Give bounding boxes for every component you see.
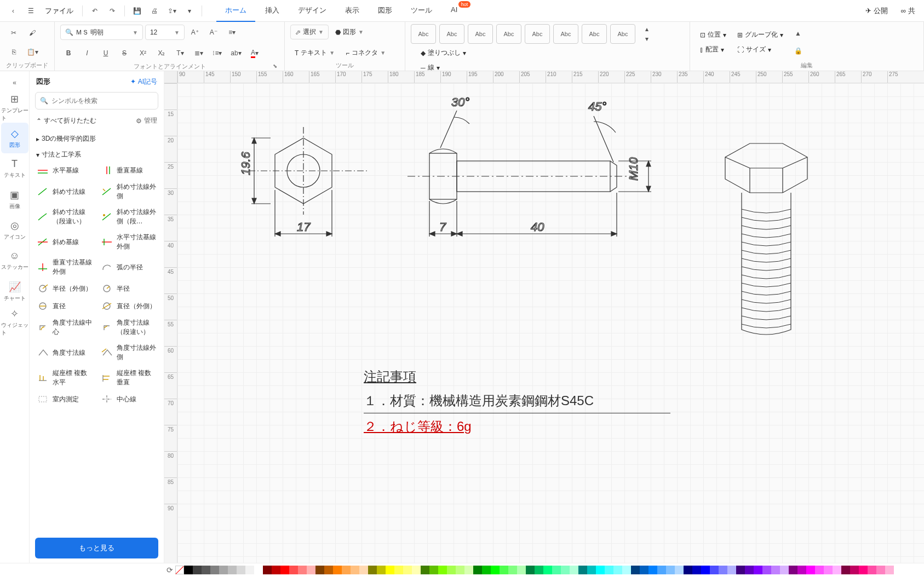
tab-view[interactable]: 表示 [336,0,368,22]
strikethrough-button[interactable]: S [116,45,133,61]
shape-item[interactable]: 角度寸法線中心 [35,316,95,339]
color-swatch[interactable] [193,566,202,574]
color-swatch[interactable] [394,566,403,574]
font-color-button[interactable]: A▾ [246,45,263,61]
vertical-align-button[interactable]: ≣▾ [191,45,207,61]
color-swatch[interactable] [351,566,359,574]
color-swatch[interactable] [333,566,342,574]
color-swatch[interactable] [210,566,219,574]
decrease-font-button[interactable]: A⁻ [205,24,222,41]
color-swatch[interactable] [736,566,745,574]
color-swatch[interactable] [552,566,561,574]
text-case-button[interactable]: ab▾ [228,45,244,61]
back-button[interactable]: ‹ [4,2,22,20]
color-swatch[interactable] [464,566,473,574]
bold-button[interactable]: B [60,45,77,61]
tab-tool[interactable]: ツール [402,0,441,22]
gallery-down-button[interactable]: ▾ [639,34,655,43]
size-button[interactable]: ⛶サイズ ▾ [733,43,788,56]
leftnav-item-ステッカー[interactable]: ☺ステッカー [1,245,28,276]
category-3d-geometry[interactable]: ▸ 3Dの幾何学的図形 [35,131,158,147]
shape-item[interactable]: 半径 [99,281,159,296]
paste-button[interactable]: 📋▾ [24,44,41,60]
color-swatch[interactable] [315,566,324,574]
group-button[interactable]: ⊞グループ化 ▾ [733,28,788,42]
color-swatch[interactable] [298,566,307,574]
color-swatch[interactable] [429,566,438,574]
format-painter-button[interactable]: 🖌 [24,25,41,41]
color-swatch[interactable] [876,566,885,574]
file-menu[interactable]: ファイル [39,6,79,16]
color-swatch[interactable] [543,566,552,574]
increase-font-button[interactable]: A⁺ [187,24,203,41]
color-swatch[interactable] [710,566,719,574]
tab-insert[interactable]: 挿入 [256,0,288,22]
publish-button[interactable]: ✈公開 [861,4,892,18]
line-spacing-button[interactable]: ≡▾ [224,24,240,41]
color-swatch[interactable] [254,566,263,574]
color-swatch[interactable] [342,566,351,574]
underline-button[interactable]: U [97,45,114,61]
tab-ai[interactable]: AIhot [442,0,466,22]
color-swatch[interactable] [762,566,771,574]
manage-button[interactable]: ⚙管理 [136,116,157,125]
color-swatch[interactable] [797,566,806,574]
color-swatch[interactable] [605,566,613,574]
color-swatch[interactable] [587,566,596,574]
color-swatch[interactable] [824,566,833,574]
style-preset[interactable]: Abc [496,24,521,44]
shape-item[interactable]: 斜め基線 [35,231,95,254]
shape-item[interactable]: 角度寸法線 [35,341,95,364]
color-swatch[interactable] [859,566,868,574]
style-preset[interactable]: Abc [553,24,578,44]
color-swatch[interactable] [228,566,237,574]
more-quick-button[interactable]: ▾ [181,2,198,20]
shape-item[interactable]: 直径 [35,298,95,314]
flip-button[interactable]: ▲ [790,25,806,42]
color-swatch[interactable] [456,566,464,574]
color-swatch[interactable] [789,566,797,574]
color-swatch[interactable] [491,566,500,574]
shape-item[interactable]: 直径（外側） [99,298,159,314]
color-swatch[interactable] [359,566,368,574]
color-swatch[interactable] [324,566,333,574]
color-swatch[interactable] [237,566,245,574]
leftnav-item-図形[interactable]: ◇図形 [1,123,28,153]
color-swatch[interactable] [596,566,605,574]
tab-design[interactable]: デザイン [289,0,335,22]
color-swatch[interactable] [447,566,456,574]
shape-item[interactable]: 水平基線 [35,163,95,178]
tab-home[interactable]: ホーム [216,0,255,22]
color-swatch[interactable] [780,566,789,574]
color-swatch[interactable] [771,566,780,574]
export-button[interactable]: ⇪▾ [163,2,181,20]
color-swatch[interactable] [640,566,648,574]
color-swatch[interactable] [648,566,657,574]
color-swatch[interactable] [622,566,631,574]
save-button[interactable]: 💾 [128,2,146,20]
shape-tool-button[interactable]: ⬣図形▼ [331,25,368,39]
color-swatch[interactable] [184,566,193,574]
color-swatch[interactable] [815,566,824,574]
text-tool-button[interactable]: Tテキスト▼ [290,46,339,60]
color-swatch[interactable] [885,566,894,574]
shape-item[interactable]: 縦座標 複数水平 [35,366,95,389]
color-swatch[interactable] [684,566,692,574]
color-swatch[interactable] [280,566,289,574]
color-swatch[interactable] [272,566,280,574]
color-swatch[interactable] [657,566,666,574]
connector-tool-button[interactable]: ⌐コネクタ▼ [341,46,390,60]
shape-item[interactable]: 斜め寸法線外側 [99,180,159,203]
color-swatch[interactable] [727,566,736,574]
color-swatch[interactable] [517,566,526,574]
color-swatch[interactable] [719,566,727,574]
shape-item[interactable]: 垂直基線 [99,163,159,178]
color-swatch[interactable] [307,566,315,574]
position-button[interactable]: ⊡位置 ▾ [696,28,731,42]
color-swatch[interactable] [386,566,394,574]
style-preset[interactable]: Abc [525,24,550,44]
collapse-panel-button[interactable]: « [4,74,26,91]
color-swatch[interactable] [508,566,517,574]
see-more-button[interactable]: もっと見る [35,538,158,558]
leftnav-item-アイコン[interactable]: ◎アイコン [1,215,28,245]
